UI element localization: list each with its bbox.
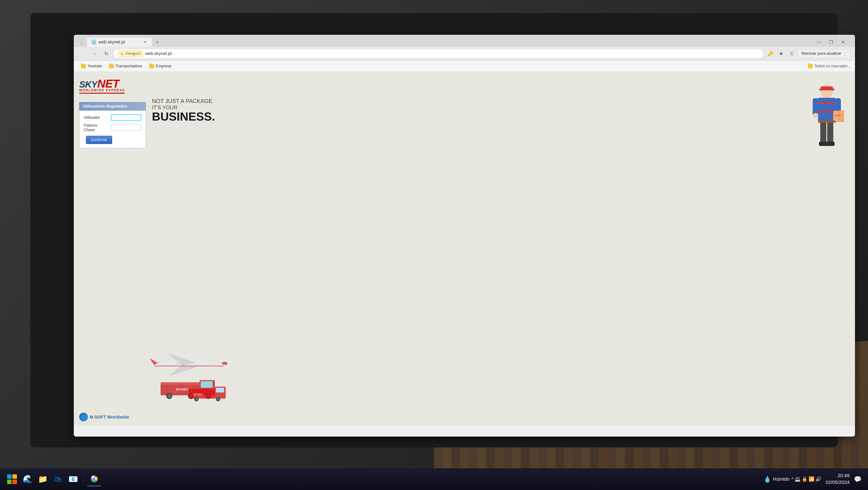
username-input[interactable] [111,114,141,120]
tab-title: web.skynet.pt [98,39,125,45]
airplane-graphic [148,347,230,382]
bookmark-label: Transportadora [116,64,142,68]
taskbar-mail-icon[interactable]: 📧 [66,472,80,486]
msoft-label: M.SOFT Worldwide [90,415,129,420]
clock-time: 20:49 [838,472,849,479]
svg-rect-40 [819,142,827,146]
taskbar-edge-icon[interactable]: 🌊 [21,472,35,486]
address-bar-row: ‹ › ↻ ⚠ Inseguro web.skynet.pt. 🔑 ★ C [74,47,855,61]
taskbar-explorer-icon[interactable]: 📁 [36,472,50,486]
login-form: Utilizador Palavra Chave Confirmar [79,111,146,148]
reiniciar-button[interactable]: Reiniciar para atualizar ⋮ [798,49,850,58]
hero-section: NOT JUST A PACKAGE. IT'S YOUR BUSINESS. [143,80,848,408]
svg-point-12 [167,394,171,398]
profile-button[interactable]: C [787,49,797,58]
tab-close-button[interactable]: ✕ [142,39,148,45]
store-icon: 🛍 [54,474,62,484]
ad-line3: BUSINESS. [152,111,215,122]
svg-rect-2 [179,363,181,364]
forward-button[interactable]: › [90,49,99,58]
minimize-button[interactable]: — [814,37,825,47]
login-panel: Utilizadores Registados Utilizador Palav… [79,102,146,148]
page-content: SKY NET WORLDWIDE EXPRESS Utilizadores R… [74,72,855,426]
delivery-person-graphic: SKYNET [809,83,844,161]
back-button[interactable]: ‹ [78,49,88,58]
svg-point-24 [217,398,219,401]
tray-laptop-icon[interactable]: 💻 [795,476,801,482]
svg-rect-30 [818,102,835,104]
warning-icon: ⚠ [120,51,124,56]
password-input[interactable] [111,125,141,131]
tab-back-button[interactable]: ‹ [78,40,85,47]
all-bookmarks[interactable]: Todos os marcador... [808,64,850,68]
taskbar-chrome-icon[interactable] [87,472,101,486]
sky-text: SKY [79,79,97,90]
svg-rect-4 [186,363,187,364]
skynet-logo: SKY NET WORLDWIDE EXPRESS [79,77,125,94]
screen-bezel: ‹ 🌐 web.skynet.pt ✕ + — ❐ ✕ [30,13,838,448]
security-label: Inseguro [125,51,141,56]
active-tab[interactable]: 🌐 web.skynet.pt ✕ [87,37,152,47]
browser-actions: 🔑 ★ C Reiniciar para atualizar ⋮ [766,49,850,58]
start-button[interactable] [4,472,20,486]
weather-info: 💧 Húmido [764,475,789,483]
confirm-button[interactable]: Confirmar [86,136,112,144]
bookmark-button[interactable]: ★ [776,49,786,58]
folder-icon [149,64,154,68]
system-tray: ^ 💻 🔒 📶 🔊 [792,476,822,482]
svg-rect-1 [176,363,178,364]
refresh-button[interactable]: ↻ [101,49,111,58]
svg-rect-41 [826,142,835,146]
svg-rect-20 [216,388,224,393]
reiniciar-label: Reiniciar para atualizar [801,51,841,56]
explorer-icon: 📁 [38,474,48,484]
page-footer: 🌐 M.SOFT Worldwide [79,413,129,421]
clock-area[interactable]: 20:49 02/05/2024 [824,472,849,486]
bookmark-transportadora[interactable]: Transportadora [106,63,145,69]
win-square-4 [12,480,17,484]
taskbar-right: 💧 Húmido ^ 💻 🔒 📶 🔊 20:49 02/05/2024 💬 [764,472,864,486]
browser-chrome: ‹ 🌐 web.skynet.pt ✕ + — ❐ ✕ [74,35,855,61]
win-square-2 [12,474,17,479]
svg-rect-5 [189,363,190,364]
tray-wifi-icon[interactable]: 📶 [809,476,814,482]
tab-favicon: 🌐 [91,39,96,45]
taskbar-store-icon[interactable]: 🛍 [51,472,65,486]
password-row: Palavra Chave [84,123,141,132]
svg-text:SKYNET: SKYNET [176,388,188,391]
passwords-button[interactable]: 🔑 [766,49,775,58]
window-controls: — ❐ ✕ [812,37,850,47]
svg-rect-31 [818,111,835,113]
security-badge: ⚠ Inseguro [118,50,143,57]
laptop-body: ‹ 🌐 web.skynet.pt ✕ + — ❐ ✕ [0,0,868,490]
address-box[interactable]: ⚠ Inseguro web.skynet.pt. [113,49,764,58]
bookmark-label: Empresa [156,64,172,68]
chrome-icon [90,475,98,483]
tray-expand-icon[interactable]: ^ [792,477,794,482]
express-text: WORLDWIDE EXPRESS [79,88,125,92]
restore-button[interactable]: ❐ [826,37,837,47]
net-text: NET [97,77,119,90]
svg-point-43 [813,113,818,118]
user-row: Utilizador [84,114,141,120]
tray-lock-icon[interactable]: 🔒 [802,476,807,482]
folder-icon [808,64,813,68]
tray-volume-icon[interactable]: 🔊 [815,476,822,482]
notification-icon: 💬 [854,475,862,483]
submit-row: Confirmar [86,136,141,144]
windows-logo [7,474,17,484]
password-label: Palavra Chave [84,123,109,132]
svg-point-46 [93,478,95,480]
ad-line1: NOT JUST A PACKAGE. [152,98,215,105]
notification-center-button[interactable]: 💬 [852,473,864,485]
url-text: web.skynet.pt. [145,51,173,56]
logo-text: SKY NET [79,77,125,90]
bookmark-empresa[interactable]: Empresa [146,63,175,69]
svg-rect-3 [182,363,184,364]
new-tab-button[interactable]: + [153,38,162,47]
bookmark-youtube[interactable]: Youtube [78,63,105,69]
close-button[interactable]: ✕ [838,37,848,47]
svg-rect-29 [818,98,835,122]
all-bookmarks-label: Todos os marcador... [814,64,850,68]
svg-point-22 [195,398,198,401]
